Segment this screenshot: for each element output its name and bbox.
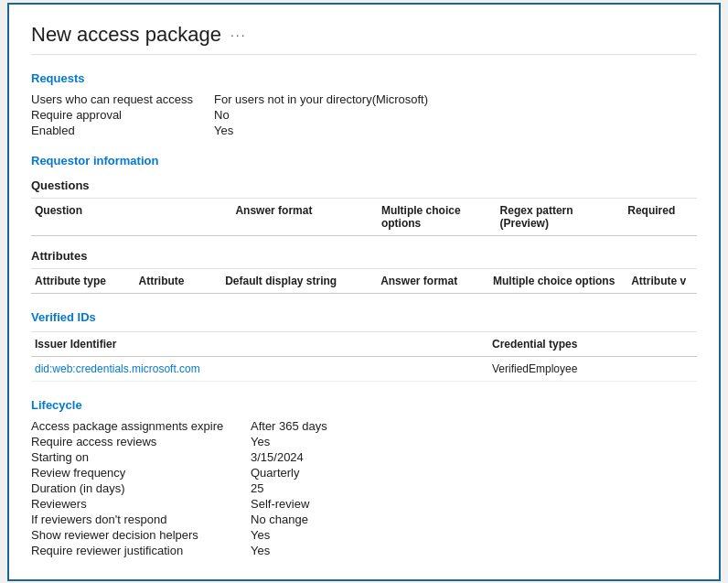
verified-ids-title: Verified IDs	[31, 310, 697, 324]
enabled-value: Yes	[214, 124, 697, 137]
a-header-attribute: Attribute	[134, 273, 221, 289]
duration-value: 25	[251, 481, 697, 495]
verified-ids-table: Issuer Identifier Credential types did:w…	[31, 331, 697, 382]
require-approval-value: No	[214, 108, 697, 122]
issuer-link[interactable]: did:web:credentials.microsoft.com	[35, 362, 200, 375]
questions-table-header: Question Answer format Multiple choice o…	[31, 199, 697, 236]
lifecycle-section: Lifecycle Access package assignments exp…	[31, 398, 697, 557]
attributes-subtitle: Attributes	[31, 249, 697, 263]
review-frequency-label: Review frequency	[31, 466, 251, 480]
q-header-answer-format: Answer format	[231, 202, 378, 232]
attributes-table-header: Attribute type Attribute Default display…	[31, 269, 697, 294]
decision-helpers-label: Show reviewer decision helpers	[31, 528, 251, 542]
requests-section-title: Requests	[31, 71, 697, 85]
verified-ids-section: Verified IDs Issuer Identifier Credentia…	[31, 310, 697, 382]
more-options-icon[interactable]: ···	[230, 27, 247, 42]
a-header-type: Attribute type	[31, 273, 134, 289]
starting-on-value: 3/15/2024	[251, 450, 697, 464]
requestor-info-title: Requestor information	[31, 154, 697, 167]
justification-label: Require reviewer justification	[31, 544, 251, 557]
a-header-answer-format: Answer format	[377, 273, 489, 289]
title-divider	[31, 54, 697, 55]
starting-on-label: Starting on	[31, 450, 251, 464]
require-reviews-value: Yes	[251, 435, 697, 448]
review-frequency-value: Quarterly	[251, 466, 697, 480]
lifecycle-title: Lifecycle	[31, 398, 697, 412]
requests-section: Requests Users who can request access Fo…	[31, 71, 697, 137]
require-reviews-label: Require access reviews	[31, 435, 251, 448]
requestor-info-section: Requestor information Questions Question…	[31, 154, 697, 294]
questions-table: Question Answer format Multiple choice o…	[31, 198, 697, 236]
q-header-regex: Regex pattern (Preview)	[497, 202, 625, 232]
a-header-multiple-choice: Multiple choice options	[489, 273, 627, 289]
users-request-value: For users not in your directory(Microsof…	[214, 92, 697, 106]
questions-subtitle: Questions	[31, 178, 697, 192]
require-approval-label: Require approval	[31, 108, 214, 122]
v-header-credential: Credential types	[488, 336, 690, 352]
no-response-label: If reviewers don't respond	[31, 513, 251, 526]
v-credential-value: VerifiedEmployee	[488, 361, 690, 377]
lifecycle-grid: Access package assignments expire After …	[31, 419, 697, 557]
page-title-container: New access package ···	[31, 23, 697, 47]
decision-helpers-value: Yes	[251, 528, 697, 542]
justification-value: Yes	[251, 544, 697, 557]
enabled-label: Enabled	[31, 124, 214, 137]
no-response-value: No change	[251, 513, 697, 526]
v-header-issuer: Issuer Identifier	[31, 336, 488, 352]
requests-info-grid: Users who can request access For users n…	[31, 92, 697, 137]
q-header-required: Required	[624, 202, 697, 232]
v-issuer-value: did:web:credentials.microsoft.com	[31, 361, 488, 377]
a-header-display-string: Default display string	[221, 273, 377, 289]
verified-ids-row: did:web:credentials.microsoft.com Verifi…	[31, 357, 697, 382]
duration-label: Duration (in days)	[31, 481, 251, 495]
a-header-attribute-v: Attribute v	[627, 273, 697, 289]
reviewers-label: Reviewers	[31, 497, 251, 511]
q-header-multiple-choice: Multiple choice options	[378, 202, 497, 232]
q-header-question: Question	[31, 202, 231, 232]
users-request-label: Users who can request access	[31, 92, 214, 106]
verified-ids-header: Issuer Identifier Credential types	[31, 332, 697, 357]
attributes-table: Attribute type Attribute Default display…	[31, 268, 697, 294]
reviewers-value: Self-review	[251, 497, 697, 511]
main-window: New access package ··· Requests Users wh…	[7, 3, 721, 581]
assignments-expire-label: Access package assignments expire	[31, 419, 251, 433]
assignments-expire-value: After 365 days	[251, 419, 697, 433]
page-title: New access package	[31, 23, 221, 47]
